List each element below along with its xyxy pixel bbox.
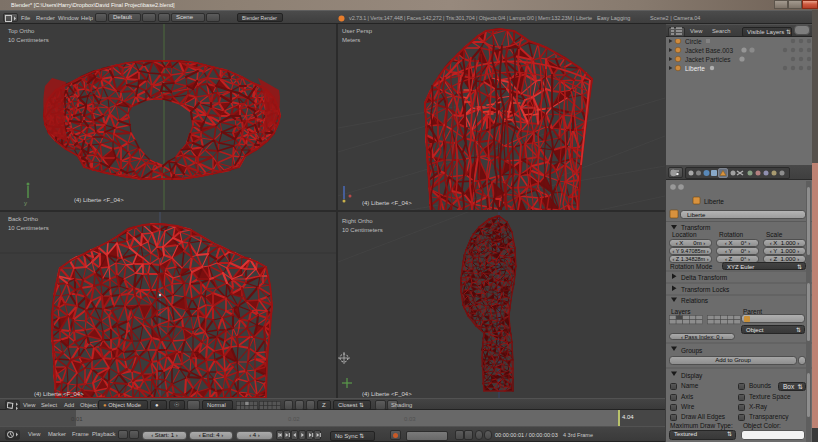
svg-text:Transform Locks: Transform Locks <box>681 286 730 293</box>
svg-text:Circle: Circle <box>685 39 702 45</box>
svg-text:Liberte: Liberte <box>704 198 724 205</box>
svg-text:y: y <box>24 200 27 206</box>
svg-text:Maximum Draw Type:: Maximum Draw Type: <box>670 422 733 430</box>
svg-text:Scale: Scale <box>766 231 783 238</box>
svg-text:Jacket Base.003: Jacket Base.003 <box>685 47 733 54</box>
svg-text:Jacket Particles: Jacket Particles <box>685 56 731 63</box>
svg-text:Rotation Mode: Rotation Mode <box>670 263 713 270</box>
svg-text:Relations: Relations <box>681 297 709 304</box>
svg-text:Display: Display <box>681 372 703 380</box>
svg-text:Rotation: Rotation <box>719 231 744 238</box>
svg-text:Object Color:: Object Color: <box>743 422 781 430</box>
svg-text:Delta Transform: Delta Transform <box>681 274 727 281</box>
svg-text:Liberte: Liberte <box>685 65 705 72</box>
svg-text:Location: Location <box>672 231 697 238</box>
svg-text:Groups: Groups <box>681 347 703 355</box>
